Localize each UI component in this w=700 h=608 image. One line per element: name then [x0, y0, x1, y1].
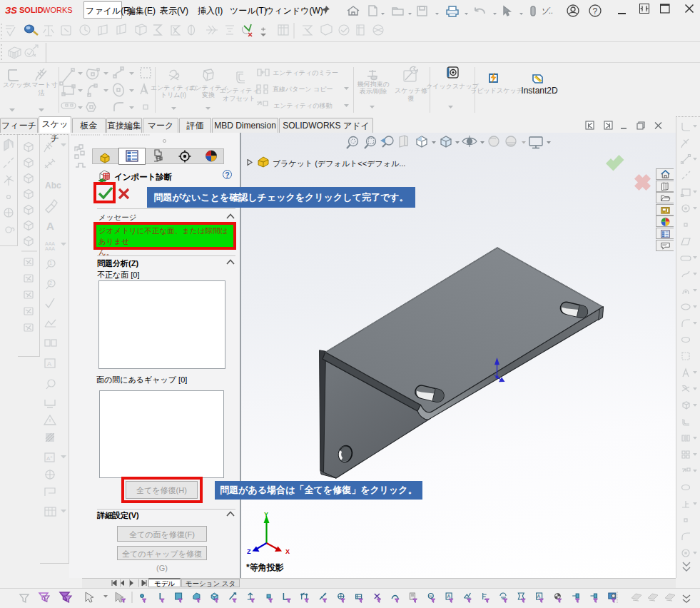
svg-text:Abc: Abc: [45, 181, 61, 191]
svg-text:法: 法: [39, 89, 45, 96]
svg-text:Instant2D: Instant2D: [521, 86, 558, 96]
svg-text:?: ?: [593, 6, 598, 16]
svg-text:AAA: AAA: [45, 246, 55, 251]
svg-text:表示/削除: 表示/削除: [359, 88, 387, 95]
svg-text:SOLID: SOLID: [19, 6, 44, 14]
svg-text:A: A: [46, 220, 54, 232]
svg-text:A: A: [447, 594, 451, 599]
svg-text:変換: 変換: [202, 91, 215, 98]
svg-text:Z: Z: [247, 548, 251, 554]
svg-text:直線パターン コピー: 直線パターン コピー: [273, 86, 333, 93]
svg-text:X: X: [285, 548, 290, 554]
svg-text:ラピッドスケッチ: ラピッドスケッチ: [470, 87, 523, 94]
svg-text:A°: A°: [46, 455, 53, 462]
svg-text:A: A: [537, 594, 541, 599]
svg-text:AAA: AAA: [45, 241, 55, 246]
svg-text:幾何拘束の: 幾何拘束の: [357, 81, 389, 88]
svg-text:スマート寸: スマート寸: [25, 81, 58, 88]
svg-text:ゾ..: ゾ..: [541, 6, 553, 15]
svg-text:N: N: [430, 594, 432, 599]
svg-text:エンティティ: エンティティ: [219, 87, 258, 94]
svg-text:エンティティの移動: エンティティの移動: [273, 102, 332, 109]
svg-text:オフセット: オフセット: [223, 95, 255, 102]
svg-text:復: 復: [408, 95, 415, 102]
svg-text:1: 1: [49, 260, 52, 265]
svg-text:スケッチ修: スケッチ修: [395, 87, 427, 94]
svg-text:WORKS: WORKS: [43, 6, 73, 14]
svg-text:Y: Y: [264, 511, 268, 518]
svg-text:エンティティのミラー: エンティティのミラー: [273, 69, 338, 76]
svg-text:トリム(I): トリム(I): [161, 91, 186, 98]
svg-text:2: 2: [49, 280, 52, 285]
svg-text:ЗS: ЗS: [5, 5, 17, 16]
svg-text:A: A: [47, 360, 51, 368]
